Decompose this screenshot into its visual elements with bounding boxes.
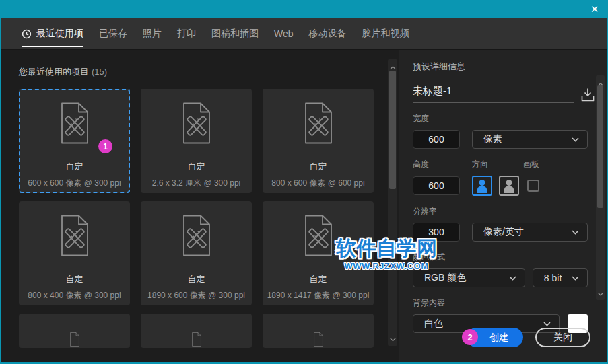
preset-details-panel: 预设详细信息 宽度 像素 高度 方向 画板 [399,50,607,362]
tutorial-step-badge: 2 [462,329,478,345]
color-mode-dropdown[interactable]: RGB 颜色 [413,268,525,287]
portrait-person-icon [479,180,485,186]
recent-card[interactable]: 自定 2.6 x 3.2 厘米 @ 300 ppi [141,89,252,193]
close-button-label: 关闭 [553,332,572,344]
tab-photo[interactable]: 照片 [143,18,162,49]
recent-card[interactable]: 自定 600 x 600 像素 @ 300 ppi 1 [19,89,130,193]
recent-items-panel: 您最近使用的项目(15) 自定 600 x 600 像素 @ 300 ppi 1 [1,50,399,362]
recent-items-grid: 自定 600 x 600 像素 @ 300 ppi 1 自定 2.6 x 3.2… [19,89,374,348]
close-button[interactable]: 关闭 [535,328,590,347]
recent-card-partial[interactable] [19,314,130,348]
tab-label: 移动设备 [309,28,347,40]
document-preset-icon [303,332,334,347]
orientation-landscape-button[interactable] [499,176,519,196]
tab-art-illustration[interactable]: 图稿和插图 [211,18,259,49]
tab-label: 已保存 [99,28,127,40]
card-subtitle: 2.6 x 3.2 厘米 @ 300 ppi [152,178,241,189]
clock-icon [22,29,32,39]
tab-label: 胶片和视频 [362,28,409,40]
chevron-down-icon [543,322,551,326]
card-subtitle: 1890 x 1417 像素 @ 300 ppi [267,290,370,301]
details-scrollbar[interactable] [596,75,605,300]
tab-label: 图稿和插图 [211,28,259,40]
orientation-label: 方向 [472,159,523,170]
recent-card[interactable]: 自定 1890 x 1417 像素 @ 300 ppi [263,201,374,305]
scroll-down-icon[interactable] [388,332,397,344]
orientation-portrait-button[interactable] [472,176,492,196]
document-preset-icon [181,332,212,347]
card-title: 自定 [188,161,205,173]
dialog-footer: 2 创建 关闭 [467,328,590,347]
tab-label: 最近使用项 [36,28,83,40]
tutorial-step-badge: 1 [98,139,112,153]
color-mode-label: 颜色模式 [413,252,588,263]
document-preset-icon [181,102,212,144]
card-subtitle: 600 x 600 像素 @ 300 ppi [28,178,121,189]
width-unit-dropdown[interactable]: 像素 [472,130,588,149]
dropdown-value: 像素 [483,133,572,145]
category-tabbar: 最近使用项 已保存 照片 打印 图稿和插图 Web 移动设备 胶片和视频 [0,18,608,50]
dropdown-value: RGB 颜色 [424,272,509,284]
tab-recent[interactable]: 最近使用项 [22,18,83,49]
document-preset-icon [59,332,90,347]
tab-film-video[interactable]: 胶片和视频 [362,18,409,49]
document-preset-icon [59,215,90,256]
create-button-label: 创建 [489,332,508,344]
card-subtitle: 800 x 400 像素 @ 300 ppi [28,290,121,301]
tab-web[interactable]: Web [274,18,294,49]
document-preset-icon [181,215,212,256]
dropdown-value: 像素/英寸 [483,226,572,238]
tab-saved[interactable]: 已保存 [99,18,127,49]
card-title: 自定 [66,161,83,173]
height-label: 高度 [413,159,472,170]
chevron-down-icon [509,276,516,281]
tab-mobile[interactable]: 移动设备 [309,18,347,49]
recent-card[interactable]: 自定 800 x 400 像素 @ 300 ppi [19,201,130,305]
document-preset-icon [59,102,90,144]
save-preset-icon[interactable] [580,87,596,103]
document-preset-icon [303,215,334,256]
bit-depth-dropdown[interactable]: 8 bit [533,268,588,287]
tab-print[interactable]: 打印 [177,18,196,49]
document-name-input[interactable] [413,84,574,103]
preset-details-title: 预设详细信息 [413,61,588,73]
card-title: 自定 [310,273,327,285]
card-subtitle: 800 x 600 像素 @ 600 ppi [271,178,364,189]
width-input[interactable] [413,130,460,149]
card-title: 自定 [66,273,83,285]
chevron-down-icon [572,276,579,281]
recent-card-partial[interactable] [141,314,252,348]
tab-label: Web [274,28,294,39]
new-document-dialog: ✕ 最近使用项 已保存 照片 打印 图稿和插图 Web 移动设备 胶片和视频 您… [0,0,608,364]
dropdown-value: 8 bit [544,272,572,283]
width-label: 宽度 [413,113,588,124]
chevron-down-icon [572,137,579,142]
artboard-label: 画板 [523,159,539,170]
card-subtitle: 1890 x 600 像素 @ 300 ppi [147,290,245,301]
create-button[interactable]: 2 创建 [467,328,523,347]
recent-items-heading: 您最近使用的项目(15) [19,66,107,78]
document-preset-icon [303,102,334,144]
scrollbar-thumb[interactable] [597,85,603,208]
resolution-unit-dropdown[interactable]: 像素/英寸 [472,223,588,242]
titlebar: ✕ [0,0,608,18]
chevron-down-icon [572,230,579,235]
card-title: 自定 [188,273,205,285]
tab-label: 打印 [177,28,196,40]
scroll-down-icon[interactable] [596,287,605,299]
window-border-left [0,18,1,364]
recent-items-count: (15) [92,67,107,77]
resolution-label: 分辨率 [413,206,588,217]
card-title: 自定 [310,161,327,173]
background-label: 背景内容 [413,297,588,309]
artboard-checkbox[interactable] [527,180,539,192]
recent-card-partial[interactable] [263,314,374,348]
scrollbar-thumb[interactable] [389,71,396,189]
height-input[interactable] [413,176,460,195]
recent-card[interactable]: 自定 1890 x 600 像素 @ 300 ppi [141,201,252,305]
recent-card[interactable]: 自定 800 x 600 像素 @ 600 ppi [263,89,374,193]
window-close-button[interactable]: ✕ [587,2,602,16]
recent-list-scrollbar[interactable] [388,59,397,346]
tab-label: 照片 [143,28,162,40]
resolution-input[interactable] [413,223,460,242]
